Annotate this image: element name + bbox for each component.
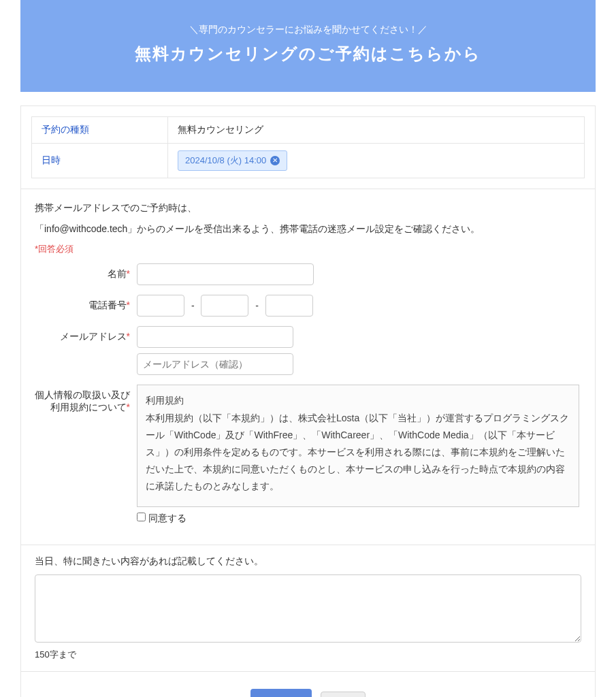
datetime-chip[interactable]: 2024/10/8 (火) 14:00 ✕ [178, 150, 287, 171]
header-banner: ＼専門のカウンセラーにお悩みを聞かせてください！／ 無料カウンセリングのご予約は… [20, 0, 596, 92]
table-row: 予約の種類 無料カウンセリング [32, 117, 585, 144]
table-row: 日時 2024/10/8 (火) 14:00 ✕ [32, 144, 585, 178]
datetime-chip-text: 2024/10/8 (火) 14:00 [185, 155, 266, 167]
extra-label: 当日、特に聞きたい内容があれば記載してください。 [35, 555, 581, 568]
agree-row: 同意する [137, 513, 581, 525]
phone-label: 電話番号* [35, 295, 137, 312]
banner-subtitle: ＼専門のカウンセラーにお悩みを聞かせてください！／ [34, 24, 582, 36]
phone-input-1[interactable] [137, 295, 184, 317]
reservation-type-value: 無料カウンセリング [168, 117, 585, 144]
name-row: 名前* [35, 263, 581, 285]
reservation-datetime-label: 日時 [32, 144, 168, 178]
email-row: メールアドレス* [35, 326, 581, 375]
next-button[interactable]: 次へ [250, 689, 312, 697]
char-limit: 150字まで [35, 649, 581, 661]
terms-body: 本利用規約（以下「本規約」）は、株式会社Losta（以下「当社」）が運営するプロ… [146, 410, 570, 496]
notice-line-1: 携帯メールアドレスでのご予約時は、 [35, 199, 581, 216]
phone-row: 電話番号* - - [35, 295, 581, 317]
terms-textarea[interactable]: 利用規約 本利用規約（以下「本規約」）は、株式会社Losta（以下「当社」）が運… [137, 385, 579, 507]
email-confirm-input[interactable] [137, 353, 293, 375]
reservation-type-label: 予約の種類 [32, 117, 168, 144]
agree-checkbox[interactable] [137, 513, 146, 521]
agree-label-wrapper[interactable]: 同意する [137, 513, 187, 523]
terms-label: 個人情報の取扱い及び 利用規約について* [35, 385, 137, 414]
button-row: 次へ 戻る [21, 671, 595, 697]
back-button[interactable]: 戻る [321, 692, 366, 697]
phone-separator: - [187, 300, 199, 311]
close-icon[interactable]: ✕ [270, 156, 280, 165]
banner-title: 無料カウンセリングのご予約はこちらから [34, 43, 582, 65]
form-container: 予約の種類 無料カウンセリング 日時 2024/10/8 (火) 14:00 ✕… [20, 106, 596, 697]
required-note: *回答必須 [35, 243, 581, 255]
terms-row: 個人情報の取扱い及び 利用規約について* 利用規約 本利用規約（以下「本規約」）… [35, 385, 581, 525]
extra-textarea[interactable] [35, 574, 581, 643]
name-label: 名前* [35, 263, 137, 280]
phone-separator: - [251, 300, 263, 311]
phone-input-2[interactable] [201, 295, 248, 317]
phone-input-3[interactable] [265, 295, 313, 317]
email-label: メールアドレス* [35, 326, 137, 343]
terms-heading: 利用規約 [146, 392, 570, 409]
agree-label-text: 同意する [148, 513, 187, 523]
reservation-datetime-cell: 2024/10/8 (火) 14:00 ✕ [168, 144, 585, 178]
notice-section: 携帯メールアドレスでのご予約時は、 「info@withcode.tech」から… [21, 189, 595, 545]
extra-section: 当日、特に聞きたい内容があれば記載してください。 150字まで [21, 545, 595, 671]
notice-line-2: 「info@withcode.tech」からのメールを受信出来るよう、携帯電話の… [35, 221, 581, 238]
name-input[interactable] [137, 263, 314, 285]
reservation-info-table: 予約の種類 無料カウンセリング 日時 2024/10/8 (火) 14:00 ✕ [31, 116, 585, 178]
email-input[interactable] [137, 326, 293, 348]
